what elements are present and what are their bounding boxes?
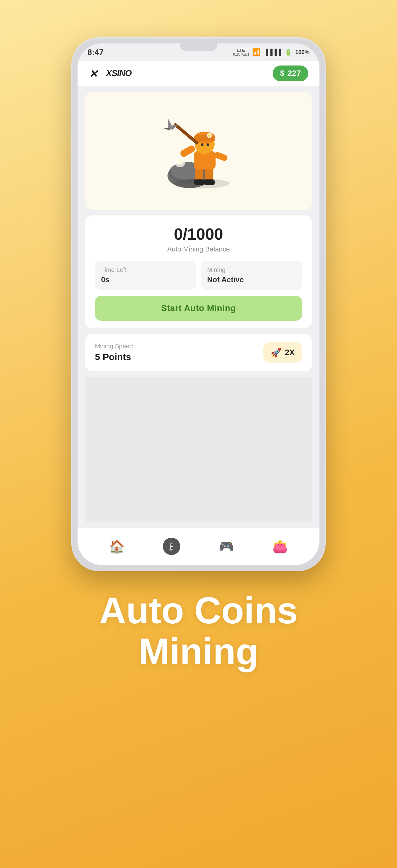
top-balance-amount: 227: [288, 69, 301, 78]
nav-item-wallet[interactable]: 👛: [272, 539, 288, 554]
app-bar: ✕ XSINO $ 227: [77, 61, 320, 86]
status-time: 8:47: [88, 48, 104, 57]
speed-value: 5 Points: [95, 352, 133, 362]
phone-notch: [180, 43, 217, 51]
app-name: XSINO: [106, 68, 132, 78]
main-content: 0/1000 Auto Mining Balance Time Left 0s …: [77, 86, 320, 528]
start-mining-button[interactable]: Start Auto Mining: [95, 296, 302, 321]
wifi-icon: 📶: [252, 48, 261, 56]
phone-frame: 8:47 LTE 0.16 KB/s 📶 ▐▐▐▐ 🔋 100% ✕ XSINO: [71, 37, 326, 571]
mining-balance-label: Auto Mining Balance: [95, 245, 302, 253]
svg-point-18: [206, 144, 209, 146]
svg-point-23: [177, 159, 183, 165]
app-logo: ✕ XSINO: [89, 67, 132, 80]
speed-info: Mining Speed 5 Points: [95, 343, 133, 362]
svg-rect-8: [204, 180, 214, 185]
boost-label: 2X: [285, 348, 295, 357]
time-left-label: Time Left: [101, 266, 190, 274]
svg-rect-11: [213, 151, 228, 162]
mining-nav-icon-wrapper: ₿: [163, 538, 180, 555]
bottom-nav: 🏠 ₿ 🎮 👛: [77, 528, 320, 565]
footer-line2: Mining: [99, 631, 298, 672]
svg-point-16: [208, 134, 211, 137]
boost-badge[interactable]: 🚀 2X: [263, 342, 302, 363]
nav-item-games[interactable]: 🎮: [219, 539, 234, 554]
mining-status-value: Not Active: [207, 275, 296, 284]
footer-title: Auto Coins Mining: [99, 590, 298, 672]
time-left-box: Time Left 0s: [95, 261, 196, 290]
start-mining-label: Start Auto Mining: [161, 303, 236, 313]
games-icon: 🎮: [219, 539, 234, 554]
svg-rect-14: [194, 135, 215, 141]
wallet-icon: 👛: [272, 539, 288, 554]
speed-label: Mining Speed: [95, 343, 133, 350]
battery-icon: 🔋: [285, 49, 292, 56]
signal-icon: ▐▐▐▐: [264, 49, 281, 56]
svg-rect-10: [179, 144, 196, 158]
lte-label: LTE: [237, 48, 245, 53]
svg-text:✕: ✕: [89, 68, 98, 80]
info-row: Time Left 0s Mining Not Active: [95, 261, 302, 290]
mining-speed-card: Mining Speed 5 Points 🚀 2X: [85, 334, 312, 371]
empty-content-area: [85, 377, 312, 522]
nav-item-home[interactable]: 🏠: [109, 539, 125, 554]
xsino-logo-icon: ✕: [89, 67, 106, 80]
time-left-value: 0s: [101, 275, 190, 284]
home-icon: 🏠: [109, 539, 125, 554]
dollar-icon: $: [280, 69, 284, 78]
battery-percent: 100%: [295, 49, 309, 56]
rocket-icon: 🚀: [271, 347, 282, 358]
mining-illustration-card: [85, 92, 312, 210]
top-balance-badge: $ 227: [273, 65, 308, 81]
svg-point-17: [201, 144, 203, 146]
bitcoin-cloud-icon: ₿: [169, 541, 174, 552]
phone-screen: 8:47 LTE 0.16 KB/s 📶 ▐▐▐▐ 🔋 100% ✕ XSINO: [77, 43, 320, 565]
mining-status-box: Mining Not Active: [201, 261, 302, 290]
nav-item-mining[interactable]: ₿: [163, 538, 180, 555]
miner-illustration: [161, 107, 236, 194]
status-icons: LTE 0.16 KB/s 📶 ▐▐▐▐ 🔋 100%: [233, 48, 309, 56]
svg-rect-7: [194, 180, 205, 185]
balance-card: 0/1000 Auto Mining Balance Time Left 0s …: [85, 215, 312, 328]
network-speed: 0.16 KB/s: [233, 53, 249, 56]
svg-rect-19: [173, 123, 199, 145]
mining-status-label: Mining: [207, 266, 296, 274]
mining-balance-number: 0/1000: [95, 225, 302, 243]
footer-line1: Auto Coins: [99, 590, 298, 631]
